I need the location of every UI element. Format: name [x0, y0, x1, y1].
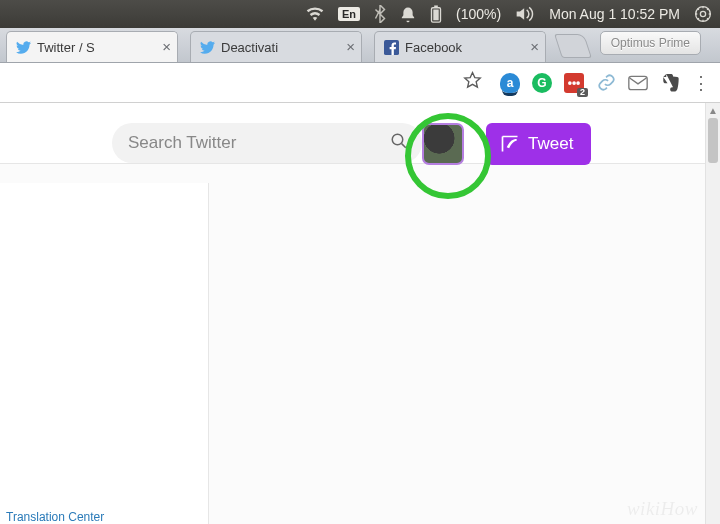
- page-viewport: Tweet Translation Center ▲ wikiHow: [0, 103, 720, 524]
- bluetooth-icon[interactable]: [374, 5, 386, 23]
- twitter-bird-icon: [15, 39, 31, 55]
- extension-link-icon[interactable]: [596, 73, 616, 93]
- language-indicator[interactable]: En: [338, 7, 360, 21]
- svg-rect-1: [434, 5, 438, 7]
- svg-point-7: [392, 134, 403, 145]
- watermark: wikiHow: [627, 498, 698, 520]
- scroll-up-icon[interactable]: ▲: [706, 103, 720, 118]
- vertical-scrollbar[interactable]: ▲: [705, 103, 720, 524]
- clock: Mon Aug 1 10:52 PM: [549, 6, 680, 22]
- svg-rect-6: [629, 76, 647, 89]
- tab-title: Deactivati: [221, 40, 278, 55]
- tab-twitter[interactable]: Twitter / S ×: [6, 31, 178, 62]
- tweet-button-label: Tweet: [528, 134, 573, 154]
- new-tab-button[interactable]: [554, 34, 592, 58]
- extension-mail-icon[interactable]: [628, 73, 648, 93]
- tab-title: Facebook: [405, 40, 462, 55]
- tweet-button[interactable]: Tweet: [486, 123, 591, 165]
- extension-grammarly-icon[interactable]: G: [532, 73, 552, 93]
- bookmark-star-icon[interactable]: [463, 71, 482, 94]
- search-icon[interactable]: [390, 132, 408, 154]
- profile-avatar[interactable]: [422, 123, 464, 165]
- extension-evernote-icon[interactable]: [660, 73, 680, 93]
- compose-quill-icon: [500, 134, 520, 154]
- browser-menu-icon[interactable]: ⋮: [692, 72, 710, 94]
- browser-tab-strip: Twitter / S × Deactivati × Facebook × Op…: [0, 28, 720, 63]
- omnibox-right[interactable]: [0, 71, 488, 94]
- wifi-icon[interactable]: [306, 7, 324, 21]
- volume-icon[interactable]: [515, 6, 535, 22]
- facebook-icon: [383, 39, 399, 55]
- search-input[interactable]: [126, 132, 390, 154]
- notification-bell-icon[interactable]: [400, 6, 416, 23]
- extension-badge: 2: [577, 88, 588, 97]
- tab-deactivation[interactable]: Deactivati ×: [190, 31, 362, 62]
- close-icon[interactable]: ×: [162, 39, 171, 54]
- battery-percent: (100%): [456, 6, 501, 22]
- extension-lastpass-icon[interactable]: ••• 2: [564, 73, 584, 93]
- scroll-thumb[interactable]: [708, 118, 718, 163]
- left-sidebar: Translation Center: [0, 183, 209, 524]
- search-box[interactable]: [112, 123, 422, 163]
- footer-link-translation[interactable]: Translation Center: [0, 510, 110, 524]
- svg-point-4: [700, 11, 705, 16]
- twitter-bird-icon: [199, 39, 215, 55]
- battery-icon[interactable]: [430, 5, 442, 23]
- tab-facebook[interactable]: Facebook ×: [374, 31, 546, 62]
- svg-rect-2: [433, 10, 438, 21]
- system-menubar: En (100%) Mon Aug 1 10:52 PM: [0, 0, 720, 28]
- close-icon[interactable]: ×: [530, 39, 539, 54]
- session-gear-icon[interactable]: [694, 5, 712, 23]
- extension-amazon-icon[interactable]: a: [500, 73, 520, 93]
- browser-toolbar: a G ••• 2 ⋮: [0, 63, 720, 103]
- close-icon[interactable]: ×: [346, 39, 355, 54]
- window-user-label[interactable]: Optimus Prime: [600, 31, 701, 55]
- tab-title: Twitter / S: [37, 40, 95, 55]
